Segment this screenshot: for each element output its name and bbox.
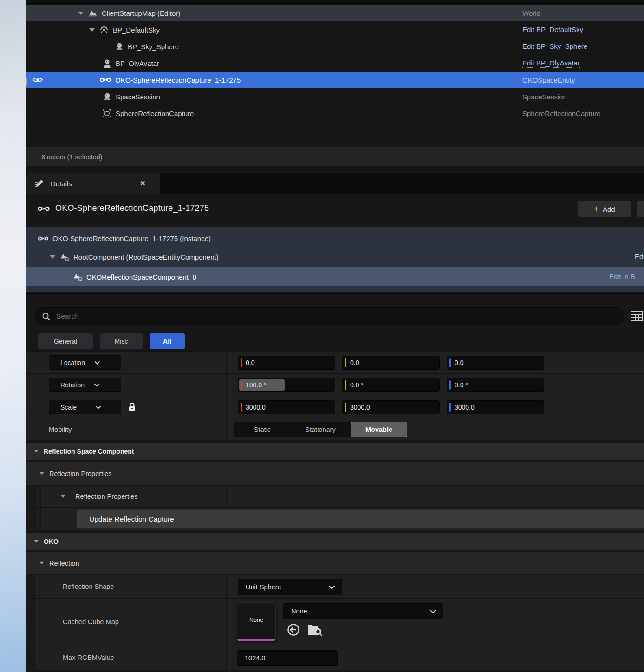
rotation-dropdown[interactable]: Rotation xyxy=(49,378,121,392)
actor-label[interactable]: BP_Sky_Sphere xyxy=(128,43,179,51)
tab-close-icon[interactable]: ✕ xyxy=(140,179,146,188)
chevron-down-icon xyxy=(94,383,100,387)
row-max-rgbm-value: Max RGBMValue 1024.0 xyxy=(26,646,644,670)
add-component-button[interactable]: + Add xyxy=(577,201,631,217)
expander-arrow-icon[interactable] xyxy=(39,562,44,565)
scale-z-field[interactable]: 3000.0 xyxy=(447,400,544,414)
row-reflection-properties-inner[interactable]: Reflection Properties xyxy=(26,486,644,507)
max-rgbm-field[interactable]: 1024.0 xyxy=(237,650,338,666)
sky-actor-icon xyxy=(99,26,109,34)
cached-cube-map-dropdown[interactable]: None xyxy=(283,603,443,619)
partial-button-cutoff[interactable]: ◖ xyxy=(637,201,644,217)
subcategory-reflection[interactable]: Reflection xyxy=(26,552,644,574)
category-oko[interactable]: OKO xyxy=(26,532,644,550)
expander-arrow-icon[interactable] xyxy=(39,472,44,475)
expander-arrow-icon[interactable] xyxy=(50,255,55,259)
edit-blueprint-link[interactable]: Edit BP_DefaultSky xyxy=(522,26,583,34)
rotation-x-field[interactable]: 180.0 ° xyxy=(238,378,335,392)
edit-blueprint-link[interactable]: Edit BP_OlyAvatar xyxy=(522,59,580,68)
actor-label[interactable]: SpaceSession xyxy=(116,93,160,101)
actor-label[interactable]: BP_DefaultSky xyxy=(113,26,160,34)
tab-label: Details xyxy=(51,180,72,188)
update-reflection-capture-button[interactable]: Update Reflection Capture xyxy=(77,509,644,529)
component-row-okoreflectionspacecomponent-selected[interactable]: C OKOReflectionSpaceComponent_0 Edit in … xyxy=(26,267,644,286)
category-label: Reflection Properties xyxy=(49,470,112,477)
view-options-grid-icon[interactable] xyxy=(631,310,643,322)
edit-link-cutoff[interactable]: Ed xyxy=(635,253,643,261)
category-reflection-space-component[interactable]: Reflection Space Component xyxy=(26,442,644,460)
scale-x-field[interactable]: 3000.0 xyxy=(238,400,335,414)
reflection-shape-dropdown[interactable]: Unit Sphere xyxy=(238,579,342,595)
details-search-bar[interactable] xyxy=(35,307,624,325)
editor-panels: ClientStartupMap (Editor) World BP_Defau… xyxy=(26,0,644,672)
category-label: Reflection Space Component xyxy=(44,448,134,455)
expander-arrow-icon[interactable] xyxy=(34,540,39,543)
browse-to-asset-folder-icon[interactable] xyxy=(307,623,323,637)
asset-thumbnail-label: None xyxy=(237,617,275,623)
mobility-option-stationary[interactable]: Stationary xyxy=(290,422,351,437)
chevron-down-icon xyxy=(95,405,101,409)
svg-text:C: C xyxy=(79,278,81,281)
scale-dropdown[interactable]: Scale xyxy=(49,400,121,414)
search-icon xyxy=(42,312,51,321)
filter-chip-misc[interactable]: Misc xyxy=(100,333,143,349)
sphere-actor-icon xyxy=(115,42,124,51)
use-selected-asset-icon[interactable] xyxy=(286,623,300,637)
edit-blueprint-link[interactable]: Edit BP_Sky_Sphere xyxy=(522,42,587,51)
selected-actor-title: OKO-SphereReflectionCapture_1-17275 xyxy=(55,203,209,213)
location-dropdown[interactable]: Location xyxy=(49,355,121,370)
outliner-row-bp-defaultsky[interactable]: BP_DefaultSky Edit BP_DefaultSky xyxy=(26,21,644,38)
component-row-rootcomponent[interactable]: C RootComponent (RootSpaceEntityComponen… xyxy=(26,248,644,266)
space-entity-chain-icon xyxy=(100,77,111,83)
location-z-field[interactable]: 0.0 xyxy=(447,356,544,370)
expander-arrow-icon[interactable] xyxy=(34,450,39,453)
search-input[interactable] xyxy=(56,312,590,320)
edit-in-blueprint-link-cutoff[interactable]: Edit in B xyxy=(609,273,635,281)
level-icon xyxy=(88,9,98,17)
actor-type: World xyxy=(522,9,540,17)
mobility-option-static[interactable]: Static xyxy=(234,422,290,437)
outliner-row-spherereflectioncapture[interactable]: SphereReflectionCapture SphereReflection… xyxy=(26,105,644,122)
rotation-y-field[interactable]: 0.0 ° xyxy=(342,378,440,392)
actor-label[interactable]: BP_OlyAvatar xyxy=(116,59,159,67)
max-rgbm-label: Max RGBMValue xyxy=(63,654,114,661)
component-row-instance[interactable]: OKO-SphereReflectionCapture_1-17275 (Ins… xyxy=(26,229,644,247)
row-scale: Scale 3000.0 3000.0 3000.0 xyxy=(26,396,644,418)
actor-label[interactable]: SphereReflectionCapture xyxy=(116,110,194,117)
scale-y-field[interactable]: 3000.0 xyxy=(342,400,440,414)
category-label: OKO xyxy=(44,538,59,545)
subcategory-reflection-properties[interactable]: Reflection Properties xyxy=(26,462,644,485)
details-pencil-icon xyxy=(34,179,44,188)
filter-chip-general[interactable]: General xyxy=(38,333,93,349)
actor-label[interactable]: OKO-SphereReflectionCapture_1-17275 xyxy=(115,76,241,84)
expander-arrow-icon[interactable] xyxy=(89,28,95,32)
expander-arrow-icon[interactable] xyxy=(78,12,84,15)
rotation-z-field[interactable]: 0.0 ° xyxy=(447,378,544,392)
outliner-row-spacesession[interactable]: SpaceSession SpaceSession xyxy=(26,88,644,105)
outliner-row-oko-spherereflectioncapture-selected[interactable]: OKO-SphereReflectionCapture_1-17275 OKOS… xyxy=(26,72,644,88)
location-label: Location xyxy=(60,359,85,366)
location-x-field[interactable]: 0.0 xyxy=(238,356,335,370)
actor-type: SpaceSession xyxy=(522,93,567,101)
chevron-down-icon xyxy=(328,585,335,589)
outliner-row-bp-sky-sphere[interactable]: BP_Sky_Sphere Edit BP_Sky_Sphere xyxy=(26,38,644,55)
actor-label[interactable]: ClientStartupMap (Editor) xyxy=(102,9,180,17)
chip-label: All xyxy=(163,338,171,345)
scale-lock-icon[interactable] xyxy=(128,402,136,412)
chevron-down-icon xyxy=(429,609,436,613)
mobility-option-movable-selected[interactable]: Movable xyxy=(351,422,407,437)
tab-details[interactable]: Details ✕ xyxy=(26,173,160,194)
chip-label: General xyxy=(54,338,77,345)
component-label: OKOReflectionSpaceComponent_0 xyxy=(86,273,196,281)
visibility-eye-icon[interactable] xyxy=(32,75,44,85)
location-y-field[interactable]: 0.0 xyxy=(342,356,440,370)
details-panel: OKO-SphereReflectionCapture_1-17275 + Ad… xyxy=(26,194,644,672)
update-button-label: Update Reflection Capture xyxy=(89,515,174,523)
outliner-row-bp-olyavatar[interactable]: BP_OlyAvatar Edit BP_OlyAvatar xyxy=(26,55,644,72)
filter-chip-all-active[interactable]: All xyxy=(150,333,185,349)
asset-thumbnail[interactable]: None xyxy=(237,602,276,641)
outliner-row-clientstartupmap[interactable]: ClientStartupMap (Editor) World xyxy=(26,5,644,21)
expander-arrow-icon[interactable] xyxy=(60,495,66,498)
reflection-capture-icon xyxy=(102,109,111,118)
outliner-status-bar: 6 actors (1 selected) xyxy=(26,147,644,166)
